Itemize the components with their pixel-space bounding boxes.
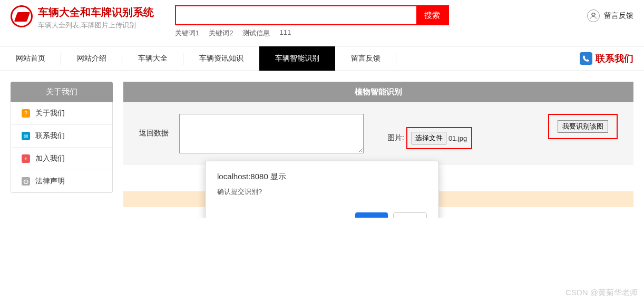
recognize-button[interactable]: 我要识别该图 <box>558 120 608 133</box>
contact-label: 联系我们 <box>596 52 633 65</box>
sidebar-item-label: 加入我们 <box>35 154 65 163</box>
logo-area: 车辆大全和车牌识别系统 车辆大全列表,车牌图片上传识别 <box>11 5 154 30</box>
nav-knowledge[interactable]: 车辆资讯知识 <box>183 46 259 71</box>
sidebar-item-legal[interactable]: ⏻ 法律声明 <box>11 170 112 192</box>
return-data-label: 返回数据 <box>139 114 169 138</box>
nav-home[interactable]: 网站首页 <box>0 46 61 71</box>
panel-title: 植物智能识别 <box>123 82 633 102</box>
return-data-textarea[interactable] <box>179 114 364 153</box>
selected-file-name: 01.jpg <box>448 134 467 142</box>
sidebar-item-label: 关于我们 <box>35 109 65 118</box>
keyword-list: 关键词1 关键词2 测试信息 111 <box>175 28 449 38</box>
keyword-link[interactable]: 关键词1 <box>175 28 199 38</box>
sidebar-item-about[interactable]: ? 关于我们 <box>11 102 112 125</box>
sidebar-item-contact[interactable]: ✉ 联系我们 <box>11 125 112 148</box>
search-button[interactable]: 搜索 <box>416 6 448 24</box>
search-input[interactable] <box>176 6 416 24</box>
mail-icon: ✉ <box>22 132 30 140</box>
sidebar-item-join[interactable]: + 加入我们 <box>11 148 112 170</box>
dialog-cancel-button[interactable]: 取消 <box>393 212 427 218</box>
dialog-ok-button[interactable]: 确定 <box>355 212 388 218</box>
feedback-label: 留言反馈 <box>604 11 633 21</box>
nav-about[interactable]: 网站介绍 <box>61 46 122 71</box>
search-box: 搜索 <box>175 5 449 25</box>
headset-icon <box>587 9 600 22</box>
confirm-dialog: localhost:8080 显示 确认提交识别? 确定 取消 <box>205 161 439 218</box>
choose-file-button[interactable]: 选择文件 <box>412 132 446 144</box>
keyword-link[interactable]: 111 <box>279 28 291 38</box>
feedback-link[interactable]: 留言反馈 <box>587 9 633 22</box>
sidebar-item-label: 法律声明 <box>35 177 65 186</box>
dialog-message: 确认提交识别? <box>217 187 427 197</box>
lock-icon: + <box>22 154 30 163</box>
sidebar: 关于我们 ? 关于我们 ✉ 联系我们 + 加入我们 ⏻ 法律声明 <box>11 82 113 207</box>
file-highlight-box: 选择文件 01.jpg <box>406 127 472 149</box>
nav-feedback[interactable]: 留言反馈 <box>335 46 396 71</box>
nav-vehicles[interactable]: 车辆大全 <box>122 46 183 71</box>
sidebar-item-label: 联系我们 <box>35 131 65 141</box>
dialog-title: localhost:8080 显示 <box>217 172 427 182</box>
site-subtitle: 车辆大全列表,车牌图片上传识别 <box>38 21 154 30</box>
power-icon: ⏻ <box>22 177 30 186</box>
question-icon: ? <box>22 109 30 118</box>
contact-us-link[interactable]: 联系我们 <box>580 52 644 65</box>
logo-icon <box>11 5 33 27</box>
keyword-link[interactable]: 关键词2 <box>209 28 233 38</box>
keyword-link[interactable]: 测试信息 <box>242 28 270 38</box>
phone-icon <box>580 52 592 65</box>
content-area: 植物智能识别 返回数据 图片: 选择文件 01.jpg 我要识别该图 local… <box>123 82 633 207</box>
image-upload-label: 图片: <box>387 133 404 143</box>
main-nav: 网站首页 网站介绍 车辆大全 车辆资讯知识 车辆智能识别 留言反馈 联系我们 <box>0 46 644 71</box>
recognize-highlight-box: 我要识别该图 <box>548 114 618 139</box>
sidebar-title: 关于我们 <box>11 82 113 102</box>
nav-recognition[interactable]: 车辆智能识别 <box>259 46 335 71</box>
site-title: 车辆大全和车牌识别系统 <box>38 5 154 20</box>
